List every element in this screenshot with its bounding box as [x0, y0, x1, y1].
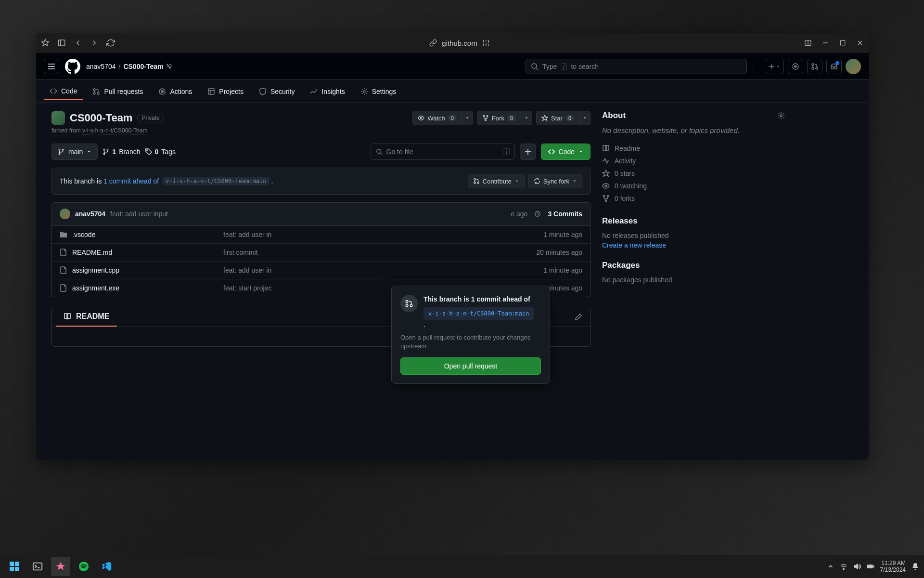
tags-link[interactable]: 0 Tags [145, 148, 176, 156]
file-row[interactable]: .vscodefeat: add user in1 minute ago [52, 225, 590, 243]
file-commit-msg[interactable]: feat: add user in [223, 231, 496, 238]
commit-time: e ago [511, 210, 527, 218]
tab-code[interactable]: Code [44, 83, 83, 100]
compare-target: v-i-s-h-a-n-t/CS000-Team:main [163, 177, 270, 185]
tune-icon[interactable] [482, 39, 490, 47]
fork-dropdown[interactable] [521, 111, 532, 125]
pulls-button[interactable] [807, 59, 822, 74]
forks-link[interactable]: 0 forks [602, 192, 785, 205]
star-icon [541, 115, 548, 121]
create-new-button[interactable] [765, 59, 784, 74]
commits-ahead-link[interactable]: 1 commit ahead of [103, 177, 159, 185]
url-text: github.com [442, 39, 477, 47]
open-pull-request-button[interactable]: Open pull request [400, 357, 541, 375]
search-icon [376, 148, 383, 155]
sync-fork-button[interactable]: Sync fork [528, 174, 582, 188]
forked-from-link[interactable]: v-i-s-h-a-n-t/CS000-Team [82, 127, 147, 134]
file-row[interactable]: assignment.cppfeat: add user in1 minute … [52, 261, 590, 279]
back-icon[interactable] [74, 39, 82, 47]
repo-link[interactable]: CS000-Team [123, 63, 163, 70]
file-name[interactable]: README.md [72, 249, 112, 256]
svg-rect-68 [868, 565, 872, 567]
file-name[interactable]: assignment.cpp [72, 266, 119, 274]
taskbar-clock[interactable]: 11:29 AM 7/13/2024 [880, 560, 906, 574]
svg-marker-34 [542, 115, 548, 120]
split-icon[interactable] [804, 39, 812, 47]
volume-icon[interactable] [853, 563, 861, 570]
star-dropdown[interactable] [579, 111, 590, 125]
branches-link[interactable]: 1 Branch [103, 148, 140, 156]
address-bar[interactable]: github.com [121, 39, 798, 47]
commit-avatar[interactable] [60, 209, 70, 219]
reload-icon[interactable] [106, 39, 115, 47]
terminal-app[interactable] [28, 557, 47, 576]
file-name[interactable]: .vscode [72, 231, 95, 238]
wifi-icon[interactable] [840, 563, 847, 570]
commit-user[interactable]: anav5704 [75, 210, 105, 218]
chevron-up-icon[interactable] [827, 563, 834, 570]
forward-icon[interactable] [90, 39, 99, 47]
minimize-icon[interactable] [821, 39, 829, 47]
user-avatar[interactable] [846, 59, 861, 74]
github-logo-icon[interactable] [65, 59, 80, 74]
tab-projects[interactable]: Projects [202, 84, 249, 99]
commit-message[interactable]: feat: add user input [110, 210, 168, 218]
svg-point-19 [812, 67, 814, 69]
gear-icon [360, 88, 368, 95]
pulse-icon [602, 157, 610, 165]
branch-selector[interactable]: main [51, 144, 98, 160]
inbox-button[interactable] [826, 59, 842, 74]
svg-marker-49 [603, 170, 609, 176]
caret-down-icon [572, 179, 577, 184]
contribute-button[interactable]: Contribute [468, 174, 525, 188]
sidebar-toggle-icon[interactable] [57, 39, 66, 47]
browser-window: github.com anav5704 / CS000-Team Type / … [36, 33, 869, 460]
gear-icon[interactable] [777, 112, 785, 119]
code-button[interactable]: Code [541, 144, 590, 160]
packages-none: No packages published [602, 276, 785, 284]
tab-pulls[interactable]: Pull requests [87, 84, 149, 99]
activity-link[interactable]: Activity [602, 155, 785, 167]
commits-link[interactable]: 3 Commits [548, 210, 582, 218]
arc-app[interactable] [51, 557, 70, 576]
table-icon [207, 88, 215, 95]
fork-icon [602, 195, 610, 202]
create-release-link[interactable]: Create a new release [602, 241, 785, 249]
svg-point-35 [59, 149, 60, 150]
file-name[interactable]: assignment.exe [72, 284, 119, 292]
spotify-app[interactable] [74, 557, 93, 576]
tab-security[interactable]: Security [253, 84, 301, 99]
issues-button[interactable] [788, 59, 803, 74]
bell-icon[interactable] [911, 563, 919, 570]
watching-link[interactable]: 0 watching [602, 180, 785, 192]
watch-button[interactable]: Watch0 [412, 111, 462, 125]
pencil-icon[interactable] [575, 313, 582, 321]
stars-link[interactable]: 0 stars [602, 167, 785, 180]
owner-link[interactable]: anav5704 [86, 63, 116, 70]
go-to-file-input[interactable]: Go to file t [371, 144, 515, 160]
tab-insights[interactable]: Insights [304, 84, 350, 99]
battery-icon[interactable] [867, 563, 874, 570]
search-input[interactable]: Type / to search [526, 59, 747, 74]
watch-dropdown[interactable] [462, 111, 473, 125]
file-commit-msg[interactable]: first commit [223, 249, 496, 256]
add-file-button[interactable] [520, 144, 536, 160]
vscode-app[interactable] [97, 557, 116, 576]
branch-icon [58, 148, 64, 155]
menu-button[interactable] [44, 59, 59, 74]
close-icon[interactable] [856, 39, 864, 47]
tab-actions[interactable]: Actions [153, 84, 198, 99]
svg-point-33 [485, 119, 487, 121]
fork-button[interactable]: Fork0 [477, 111, 521, 125]
arc-logo-icon [41, 39, 50, 47]
star-button[interactable]: Star0 [536, 111, 579, 125]
readme-link[interactable]: Readme [602, 142, 785, 155]
maximize-icon[interactable] [839, 39, 847, 47]
caret-down-icon [578, 149, 583, 154]
file-row[interactable]: README.mdfirst commit20 minutes ago [52, 243, 590, 261]
start-button[interactable] [5, 557, 24, 576]
file-commit-msg[interactable]: feat: add user in [223, 266, 496, 274]
tab-settings[interactable]: Settings [355, 84, 402, 99]
svg-point-53 [605, 200, 607, 202]
readme-tab[interactable]: README [56, 307, 117, 327]
